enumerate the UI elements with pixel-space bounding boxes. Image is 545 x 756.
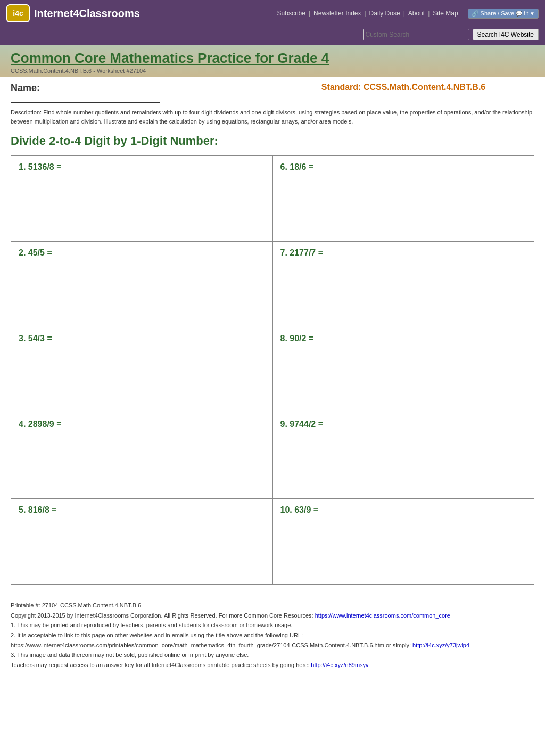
- footer-url-or: or simply:: [386, 642, 411, 648]
- logo-icon: i4c: [6, 4, 30, 22]
- problem-label-8: 8. 90/2 =: [280, 334, 527, 343]
- answer-key-link[interactable]: http://i4c.xyz/n89msyv: [311, 662, 368, 668]
- standard-label: Standard: CCSS.Math.Content.4.NBT.B.6: [272, 83, 534, 92]
- problem-cell-1: 1. 5136/8 =: [11, 156, 273, 241]
- share-label: Share / Save: [481, 10, 515, 17]
- worksheet-id: CCSS.Math.Content.4.NBT.B.6 - Worksheet …: [11, 68, 534, 74]
- worksheet-title: Divide 2-to-4 Digit by 1-Digit Number:: [11, 134, 534, 148]
- problem-row-5: 5. 816/8 = 10. 63/9 =: [11, 499, 534, 584]
- problem-cell-7: 7. 2177/7 =: [273, 242, 534, 327]
- problem-label-3: 3. 54/3 =: [19, 334, 265, 343]
- name-label: Name:: [11, 83, 272, 94]
- name-underline: [11, 102, 160, 103]
- problem-row-2: 2. 45/5 = 7. 2177/7 =: [11, 242, 534, 327]
- banner: Common Core Mathematics Practice for Gra…: [0, 45, 545, 77]
- nav-daily-dose[interactable]: Daily Dose: [369, 10, 400, 17]
- footer-copyright: Copyright 2013-2015 by Internet4Classroo…: [11, 611, 534, 621]
- nav-about[interactable]: About: [408, 10, 425, 17]
- footer-url-long: https://www.internet4classrooms.com/prin…: [11, 642, 384, 648]
- copyright-text: Copyright 2013-2015 by Internet4Classroo…: [11, 612, 313, 619]
- social-icons: 💬 f t ▼: [516, 11, 535, 17]
- problem-label-6: 6. 18/6 =: [280, 162, 527, 172]
- problem-row-4: 4. 2898/9 = 9. 9744/2 =: [11, 413, 534, 499]
- problem-label-2: 2. 45/5 =: [19, 248, 265, 258]
- problem-cell-8: 8. 90/2 =: [273, 327, 534, 413]
- footer-printable: Printable #: 27104-CCSS.Math.Content.4.N…: [11, 601, 534, 611]
- content: Name: Standard: CCSS.Math.Content.4.NBT.…: [0, 77, 545, 595]
- share-icon: 🔗: [472, 10, 479, 17]
- logo-text: i4c: [13, 9, 23, 18]
- nav-site-map[interactable]: Site Map: [433, 10, 458, 17]
- footer-note1: 1. This may be printed and reproduced by…: [11, 620, 534, 630]
- site-name: Internet4Classrooms: [34, 7, 140, 20]
- search-input[interactable]: [363, 29, 469, 40]
- problem-cell-2: 2. 45/5 =: [11, 242, 273, 327]
- footer: Printable #: 27104-CCSS.Math.Content.4.N…: [0, 595, 545, 681]
- copyright-link[interactable]: https://www.internet4classrooms.com/comm…: [315, 612, 450, 619]
- description: Description: Find whole-number quotients…: [11, 108, 534, 126]
- problem-row-3: 3. 54/3 = 8. 90/2 =: [11, 327, 534, 413]
- search-bar: Search I4C Website: [0, 27, 545, 45]
- footer-note3: 3. This image and data thereon may not b…: [11, 650, 534, 660]
- search-button[interactable]: Search I4C Website: [473, 29, 539, 40]
- problem-cell-10: 10. 63/9 =: [273, 499, 534, 584]
- footer-url-short[interactable]: http://i4c.xyz/y73jwlp4: [412, 642, 469, 648]
- problem-cell-6: 6. 18/6 =: [273, 156, 534, 241]
- name-standard-row: Name: Standard: CCSS.Math.Content.4.NBT.…: [11, 83, 534, 103]
- problem-label-10: 10. 63/9 =: [280, 505, 527, 515]
- problem-label-9: 9. 9744/2 =: [280, 420, 527, 429]
- problem-cell-9: 9. 9744/2 =: [273, 413, 534, 498]
- problem-label-1: 1. 5136/8 =: [19, 162, 265, 172]
- problem-cell-4: 4. 2898/9 =: [11, 413, 273, 498]
- standard-section: Standard: CCSS.Math.Content.4.NBT.B.6: [272, 83, 534, 92]
- nav-newsletter-index[interactable]: Newsletter Index: [313, 10, 361, 17]
- name-section: Name:: [11, 83, 272, 103]
- nav-links: Subscribe | Newsletter Index | Daily Dos…: [277, 9, 539, 19]
- footer-url: https://www.internet4classrooms.com/prin…: [11, 640, 534, 651]
- header: i4c Internet4Classrooms Subscribe | News…: [0, 0, 545, 27]
- footer-note2: 2. It is acceptable to link to this page…: [11, 630, 534, 640]
- problem-cell-5: 5. 816/8 =: [11, 499, 273, 584]
- logo-area: i4c Internet4Classrooms: [6, 4, 140, 22]
- share-save-button[interactable]: 🔗 Share / Save 💬 f t ▼: [468, 9, 539, 19]
- problem-label-4: 4. 2898/9 =: [19, 420, 265, 429]
- answer-key-text: Teachers may request access to an answer…: [11, 662, 309, 668]
- problem-label-7: 7. 2177/7 =: [280, 248, 527, 258]
- footer-answer-key: Teachers may request access to an answer…: [11, 660, 534, 670]
- problem-cell-3: 3. 54/3 =: [11, 327, 273, 413]
- page-title: Common Core Mathematics Practice for Gra…: [11, 50, 534, 67]
- problem-row-1: 1. 5136/8 = 6. 18/6 =: [11, 156, 534, 242]
- nav-subscribe[interactable]: Subscribe: [277, 10, 305, 17]
- problems-grid: 1. 5136/8 = 6. 18/6 = 2. 45/5 = 7. 2177/…: [11, 155, 534, 585]
- problem-label-5: 5. 816/8 =: [19, 505, 265, 515]
